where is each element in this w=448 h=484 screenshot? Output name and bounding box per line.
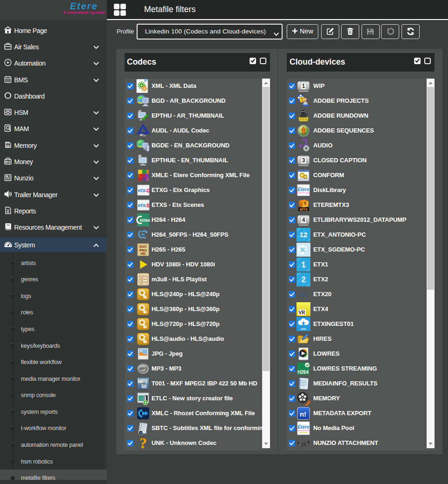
svg-text:?: ? [139, 436, 147, 450]
svg-text:H264: H264 [297, 370, 309, 375]
svg-text:-S: -S [145, 203, 150, 208]
svg-text:2: 2 [302, 276, 306, 284]
svg-text:12: 12 [300, 231, 308, 239]
svg-text:1: 1 [302, 261, 306, 269]
svg-text:etx: etx [298, 291, 309, 298]
svg-text:4: 4 [302, 217, 305, 223]
svg-text:50: 50 [141, 384, 147, 389]
svg-text:HD: HD [141, 252, 146, 256]
svg-text:VR: VR [299, 310, 306, 315]
svg-text:Etere: Etere [297, 424, 309, 430]
svg-text:A consistent system: A consistent system [296, 430, 310, 431]
svg-text:A consistent system: A consistent system [296, 192, 310, 194]
svg-text:MP2: MP2 [138, 379, 148, 384]
svg-text:etx: etx [301, 327, 306, 331]
svg-text:H264: H264 [140, 218, 150, 223]
svg-text:MTX: MTX [300, 207, 308, 212]
svg-text:MP3: MP3 [139, 366, 148, 371]
svg-text:1: 1 [302, 83, 305, 89]
svg-text:3: 3 [303, 201, 306, 206]
svg-text:-G: -G [145, 188, 150, 193]
svg-text:n!: n! [300, 410, 306, 418]
svg-text:Etere: Etere [297, 187, 309, 192]
svg-text:3: 3 [302, 157, 305, 164]
